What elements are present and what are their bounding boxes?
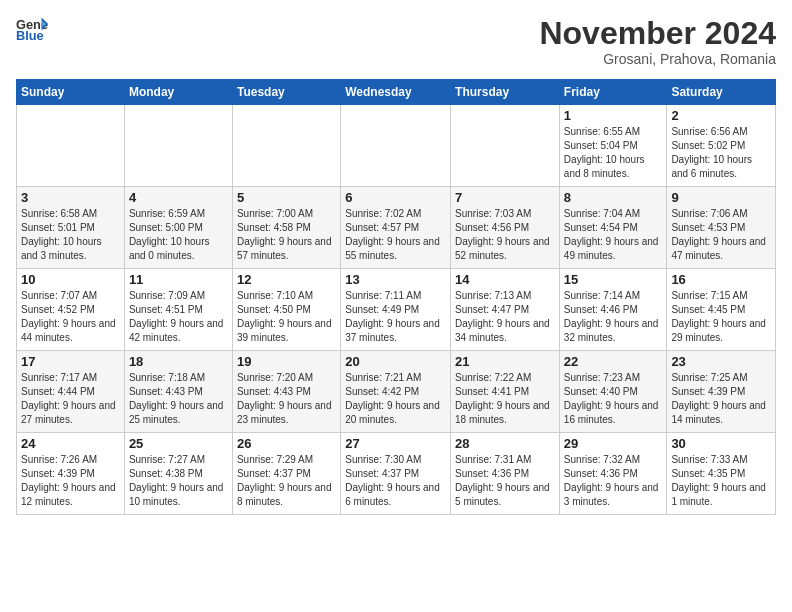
week-row-1: 3Sunrise: 6:58 AM Sunset: 5:01 PM Daylig…: [17, 187, 776, 269]
cell-1-5: 8Sunrise: 7:04 AM Sunset: 4:54 PM Daylig…: [559, 187, 667, 269]
day-number-1-5: 8: [564, 190, 663, 205]
svg-text:Blue: Blue: [16, 28, 44, 43]
cell-0-4: [451, 105, 560, 187]
day-number-0-6: 2: [671, 108, 771, 123]
cell-4-2: 26Sunrise: 7:29 AM Sunset: 4:37 PM Dayli…: [232, 433, 340, 515]
day-info-3-0: Sunrise: 7:17 AM Sunset: 4:44 PM Dayligh…: [21, 371, 120, 427]
week-row-0: 1Sunrise: 6:55 AM Sunset: 5:04 PM Daylig…: [17, 105, 776, 187]
day-number-1-4: 7: [455, 190, 555, 205]
day-number-1-1: 4: [129, 190, 228, 205]
day-number-4-6: 30: [671, 436, 771, 451]
cell-3-1: 18Sunrise: 7:18 AM Sunset: 4:43 PM Dayli…: [124, 351, 232, 433]
week-row-2: 10Sunrise: 7:07 AM Sunset: 4:52 PM Dayli…: [17, 269, 776, 351]
day-info-3-6: Sunrise: 7:25 AM Sunset: 4:39 PM Dayligh…: [671, 371, 771, 427]
cell-2-4: 14Sunrise: 7:13 AM Sunset: 4:47 PM Dayli…: [451, 269, 560, 351]
day-info-3-4: Sunrise: 7:22 AM Sunset: 4:41 PM Dayligh…: [455, 371, 555, 427]
day-info-4-1: Sunrise: 7:27 AM Sunset: 4:38 PM Dayligh…: [129, 453, 228, 509]
title-section: November 2024 Grosani, Prahova, Romania: [539, 16, 776, 67]
cell-3-0: 17Sunrise: 7:17 AM Sunset: 4:44 PM Dayli…: [17, 351, 125, 433]
col-tuesday: Tuesday: [232, 80, 340, 105]
cell-3-5: 22Sunrise: 7:23 AM Sunset: 4:40 PM Dayli…: [559, 351, 667, 433]
day-info-2-3: Sunrise: 7:11 AM Sunset: 4:49 PM Dayligh…: [345, 289, 446, 345]
cell-2-2: 12Sunrise: 7:10 AM Sunset: 4:50 PM Dayli…: [232, 269, 340, 351]
col-wednesday: Wednesday: [341, 80, 451, 105]
day-number-2-6: 16: [671, 272, 771, 287]
day-info-2-5: Sunrise: 7:14 AM Sunset: 4:46 PM Dayligh…: [564, 289, 663, 345]
cell-3-6: 23Sunrise: 7:25 AM Sunset: 4:39 PM Dayli…: [667, 351, 776, 433]
day-number-2-5: 15: [564, 272, 663, 287]
cell-2-6: 16Sunrise: 7:15 AM Sunset: 4:45 PM Dayli…: [667, 269, 776, 351]
cell-4-6: 30Sunrise: 7:33 AM Sunset: 4:35 PM Dayli…: [667, 433, 776, 515]
day-number-1-0: 3: [21, 190, 120, 205]
day-info-2-1: Sunrise: 7:09 AM Sunset: 4:51 PM Dayligh…: [129, 289, 228, 345]
day-number-0-5: 1: [564, 108, 663, 123]
cell-4-1: 25Sunrise: 7:27 AM Sunset: 4:38 PM Dayli…: [124, 433, 232, 515]
day-number-2-4: 14: [455, 272, 555, 287]
cell-1-4: 7Sunrise: 7:03 AM Sunset: 4:56 PM Daylig…: [451, 187, 560, 269]
cell-4-4: 28Sunrise: 7:31 AM Sunset: 4:36 PM Dayli…: [451, 433, 560, 515]
col-friday: Friday: [559, 80, 667, 105]
logo-icon: General Blue: [16, 16, 48, 44]
day-number-4-0: 24: [21, 436, 120, 451]
day-number-4-2: 26: [237, 436, 336, 451]
day-number-1-3: 6: [345, 190, 446, 205]
day-info-0-5: Sunrise: 6:55 AM Sunset: 5:04 PM Dayligh…: [564, 125, 663, 181]
day-info-3-2: Sunrise: 7:20 AM Sunset: 4:43 PM Dayligh…: [237, 371, 336, 427]
cell-0-0: [17, 105, 125, 187]
day-info-4-4: Sunrise: 7:31 AM Sunset: 4:36 PM Dayligh…: [455, 453, 555, 509]
col-saturday: Saturday: [667, 80, 776, 105]
cell-3-2: 19Sunrise: 7:20 AM Sunset: 4:43 PM Dayli…: [232, 351, 340, 433]
calendar: Sunday Monday Tuesday Wednesday Thursday…: [16, 79, 776, 515]
day-number-4-5: 29: [564, 436, 663, 451]
day-info-1-3: Sunrise: 7:02 AM Sunset: 4:57 PM Dayligh…: [345, 207, 446, 263]
day-info-1-4: Sunrise: 7:03 AM Sunset: 4:56 PM Dayligh…: [455, 207, 555, 263]
day-number-2-0: 10: [21, 272, 120, 287]
cell-4-3: 27Sunrise: 7:30 AM Sunset: 4:37 PM Dayli…: [341, 433, 451, 515]
header: General Blue November 2024 Grosani, Prah…: [16, 16, 776, 67]
day-number-4-3: 27: [345, 436, 446, 451]
day-info-1-0: Sunrise: 6:58 AM Sunset: 5:01 PM Dayligh…: [21, 207, 120, 263]
col-monday: Monday: [124, 80, 232, 105]
calendar-header-row: Sunday Monday Tuesday Wednesday Thursday…: [17, 80, 776, 105]
col-sunday: Sunday: [17, 80, 125, 105]
day-info-4-0: Sunrise: 7:26 AM Sunset: 4:39 PM Dayligh…: [21, 453, 120, 509]
cell-0-6: 2Sunrise: 6:56 AM Sunset: 5:02 PM Daylig…: [667, 105, 776, 187]
cell-2-5: 15Sunrise: 7:14 AM Sunset: 4:46 PM Dayli…: [559, 269, 667, 351]
cell-0-2: [232, 105, 340, 187]
day-number-3-4: 21: [455, 354, 555, 369]
day-info-2-6: Sunrise: 7:15 AM Sunset: 4:45 PM Dayligh…: [671, 289, 771, 345]
day-number-2-3: 13: [345, 272, 446, 287]
cell-2-3: 13Sunrise: 7:11 AM Sunset: 4:49 PM Dayli…: [341, 269, 451, 351]
week-row-4: 24Sunrise: 7:26 AM Sunset: 4:39 PM Dayli…: [17, 433, 776, 515]
day-info-4-6: Sunrise: 7:33 AM Sunset: 4:35 PM Dayligh…: [671, 453, 771, 509]
day-number-2-2: 12: [237, 272, 336, 287]
day-number-4-4: 28: [455, 436, 555, 451]
day-number-3-6: 23: [671, 354, 771, 369]
day-info-2-4: Sunrise: 7:13 AM Sunset: 4:47 PM Dayligh…: [455, 289, 555, 345]
day-info-2-2: Sunrise: 7:10 AM Sunset: 4:50 PM Dayligh…: [237, 289, 336, 345]
cell-0-3: [341, 105, 451, 187]
cell-0-1: [124, 105, 232, 187]
cell-1-6: 9Sunrise: 7:06 AM Sunset: 4:53 PM Daylig…: [667, 187, 776, 269]
cell-3-4: 21Sunrise: 7:22 AM Sunset: 4:41 PM Dayli…: [451, 351, 560, 433]
week-row-3: 17Sunrise: 7:17 AM Sunset: 4:44 PM Dayli…: [17, 351, 776, 433]
cell-4-0: 24Sunrise: 7:26 AM Sunset: 4:39 PM Dayli…: [17, 433, 125, 515]
cell-1-1: 4Sunrise: 6:59 AM Sunset: 5:00 PM Daylig…: [124, 187, 232, 269]
day-number-2-1: 11: [129, 272, 228, 287]
day-info-1-2: Sunrise: 7:00 AM Sunset: 4:58 PM Dayligh…: [237, 207, 336, 263]
col-thursday: Thursday: [451, 80, 560, 105]
day-number-1-6: 9: [671, 190, 771, 205]
page-container: General Blue November 2024 Grosani, Prah…: [0, 0, 792, 523]
day-number-3-1: 18: [129, 354, 228, 369]
day-info-3-1: Sunrise: 7:18 AM Sunset: 4:43 PM Dayligh…: [129, 371, 228, 427]
day-info-1-1: Sunrise: 6:59 AM Sunset: 5:00 PM Dayligh…: [129, 207, 228, 263]
cell-2-1: 11Sunrise: 7:09 AM Sunset: 4:51 PM Dayli…: [124, 269, 232, 351]
day-info-4-5: Sunrise: 7:32 AM Sunset: 4:36 PM Dayligh…: [564, 453, 663, 509]
day-info-4-2: Sunrise: 7:29 AM Sunset: 4:37 PM Dayligh…: [237, 453, 336, 509]
day-number-3-3: 20: [345, 354, 446, 369]
day-info-3-3: Sunrise: 7:21 AM Sunset: 4:42 PM Dayligh…: [345, 371, 446, 427]
cell-1-3: 6Sunrise: 7:02 AM Sunset: 4:57 PM Daylig…: [341, 187, 451, 269]
month-title: November 2024: [539, 16, 776, 51]
cell-0-5: 1Sunrise: 6:55 AM Sunset: 5:04 PM Daylig…: [559, 105, 667, 187]
logo: General Blue: [16, 16, 48, 44]
